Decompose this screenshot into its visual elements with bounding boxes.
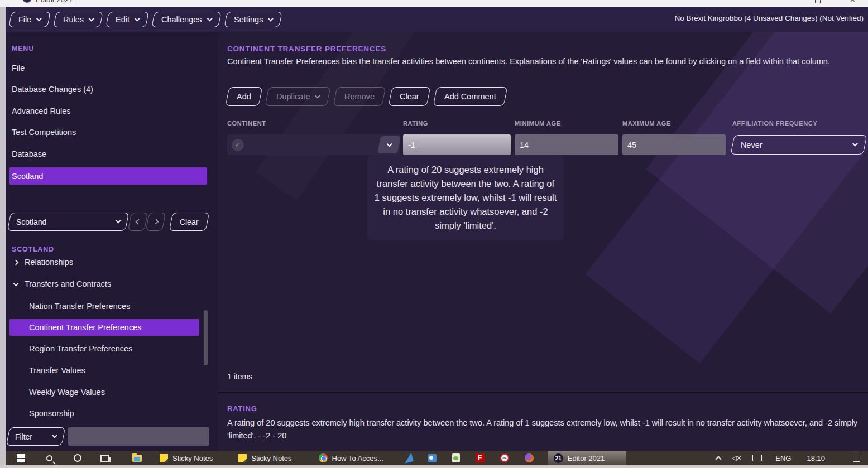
column-header-rating[interactable]: RATING	[403, 120, 428, 127]
chevron-down-icon	[13, 281, 19, 286]
cortana-icon	[74, 454, 81, 462]
rating-section-description: A rating of 20 suggests extremely high t…	[227, 417, 864, 442]
page-description: Continent Transfer Preferences bias the …	[227, 56, 861, 67]
tree-item-region-transfer-preferences[interactable]: Region Transfer Preferences	[29, 344, 132, 353]
remove-button[interactable]: Remove	[333, 87, 386, 106]
notepad-plus-plus-icon	[452, 453, 460, 462]
desktop-edge	[0, 7, 6, 465]
clock[interactable]: 18:10	[799, 454, 847, 462]
filter-input[interactable]	[68, 427, 209, 446]
blue-arrow-icon	[402, 452, 414, 464]
sticky-notes-task-1[interactable]: Sticky Notes	[154, 451, 218, 465]
tree-item-relationships[interactable]: Relationships	[14, 258, 73, 267]
media-app-task[interactable]	[398, 451, 418, 465]
column-header-affiliation-frequency[interactable]: AFFILIATION FREQUENCY	[732, 120, 817, 127]
tree-item-nation-transfer-preferences[interactable]: Nation Transfer Preferences	[29, 302, 130, 311]
continent-select[interactable]: ✓	[227, 134, 400, 155]
notepadpp-task[interactable]	[447, 451, 466, 465]
close-button[interactable]: ✕	[850, 0, 856, 4]
chevron-right-icon	[153, 219, 159, 225]
duplicate-button[interactable]: Duplicate	[265, 87, 331, 106]
clear-button[interactable]: Clear	[389, 87, 430, 106]
menu-challenges[interactable]: Challenges	[152, 12, 222, 27]
browser-swirl-icon	[525, 453, 534, 462]
column-header-maximum-age[interactable]: MAXIMUM AGE	[622, 120, 671, 127]
restore-button[interactable]	[815, 0, 821, 3]
sidebar-item-test-competitions[interactable]: Test Competitions	[12, 128, 76, 137]
menu-bar: File Rules Edit Challenges Settings No B…	[6, 7, 868, 32]
window-title: Editor 2021	[36, 0, 73, 4]
text-cursor	[416, 140, 417, 149]
affiliation-frequency-select[interactable]: Never	[732, 135, 865, 155]
chrome-task[interactable]: How To Acces...	[313, 451, 389, 465]
minimum-age-input[interactable]: 14	[515, 134, 618, 155]
search-button[interactable]	[41, 451, 58, 465]
task-view-icon	[100, 455, 109, 462]
search-value: Scotland	[16, 218, 46, 226]
add-button[interactable]: Add	[226, 87, 262, 106]
editor-2021-task[interactable]: 21 Editor 2021	[548, 451, 626, 465]
tree-item-transfer-values[interactable]: Transfer Values	[29, 366, 85, 375]
action-center-button[interactable]	[847, 451, 868, 465]
chevron-down-icon	[268, 16, 274, 21]
app-icon	[22, 0, 32, 3]
sticky-notes-task-2[interactable]: Sticky Notes	[233, 451, 297, 465]
volume-button[interactable]: ◁✕	[726, 451, 747, 465]
editor-window: File Rules Edit Challenges Settings No B…	[6, 7, 868, 451]
browser-task[interactable]	[519, 451, 539, 465]
tree-item-continent-transfer-preferences[interactable]: Continent Transfer Preferences	[9, 319, 199, 336]
cortana-button[interactable]	[68, 451, 87, 465]
continent-dropdown-button[interactable]	[377, 136, 401, 153]
section-divider	[218, 392, 868, 393]
search-combobox[interactable]: Scotland	[7, 213, 129, 231]
filter-dropdown[interactable]: Filter	[6, 427, 65, 446]
menu-rules[interactable]: Rules	[54, 12, 104, 27]
tree-item-sponsorship[interactable]: Sponsorship	[29, 409, 74, 418]
column-header-minimum-age[interactable]: MINIMUM AGE	[515, 120, 561, 127]
add-comment-button[interactable]: Add Comment	[433, 87, 507, 106]
file-explorer-button[interactable]	[127, 451, 147, 465]
window-titlebar: Editor 2021 ✕	[0, 0, 868, 7]
speaker-muted-icon: ◁✕	[732, 454, 741, 462]
task-view-button[interactable]	[95, 451, 114, 465]
windows-logo-icon	[17, 454, 25, 462]
chart-app-task[interactable]	[423, 451, 442, 465]
sidebar-scrollbar-thumb[interactable]	[204, 310, 208, 365]
menu-settings[interactable]: Settings	[224, 12, 282, 27]
rating-input[interactable]: -1	[403, 134, 511, 155]
rating-tooltip: A rating of 20 suggests extremely high t…	[367, 155, 564, 240]
filezilla-task[interactable]: F	[470, 451, 490, 465]
sidebar-item-file[interactable]: File	[12, 64, 25, 73]
menu-edit[interactable]: Edit	[106, 12, 149, 27]
touch-keyboard-button[interactable]	[747, 451, 768, 465]
search-clear-button[interactable]: Clear	[169, 213, 209, 231]
search-icon	[46, 455, 52, 461]
sidebar-item-advanced-rules[interactable]: Advanced Rules	[12, 107, 71, 115]
language-indicator[interactable]: ENG	[768, 454, 799, 462]
sticky-notes-icon	[160, 454, 168, 462]
affiliation-frequency-value: Never	[741, 141, 763, 149]
tray-expand-button[interactable]	[711, 451, 726, 465]
keyboard-icon	[752, 455, 762, 461]
chevron-down-icon	[207, 16, 213, 21]
sidebar-item-scotland[interactable]: Scotland	[9, 167, 207, 185]
sticky-notes-icon	[238, 454, 247, 462]
sidebar-item-database[interactable]: Database	[12, 149, 46, 158]
search-prev-button[interactable]	[128, 213, 148, 231]
rating-value: -1	[408, 141, 415, 149]
chrome-icon	[319, 453, 328, 462]
page-title: CONTINENT TRANSFER PREFERENCES	[227, 45, 386, 53]
chevron-down-icon	[135, 16, 140, 21]
chevron-down-icon	[52, 433, 57, 438]
snipping-tool-task[interactable]: ✂	[495, 451, 515, 465]
search-next-button[interactable]	[146, 213, 166, 231]
tree-item-weekly-wage-values[interactable]: Weekly Wage Values	[29, 388, 105, 397]
maximum-age-input[interactable]: 45	[622, 134, 726, 155]
chevron-down-icon	[315, 93, 320, 98]
sidebar: MENU File Database Changes (4) Advanced …	[6, 32, 218, 451]
column-header-continent[interactable]: CONTINENT	[227, 120, 266, 127]
chevron-left-icon	[135, 219, 141, 225]
tree-item-transfers-and-contracts[interactable]: Transfers and Contracts	[14, 279, 111, 288]
sidebar-item-database-changes[interactable]: Database Changes (4)	[12, 85, 93, 94]
menu-file[interactable]: File	[8, 12, 51, 27]
